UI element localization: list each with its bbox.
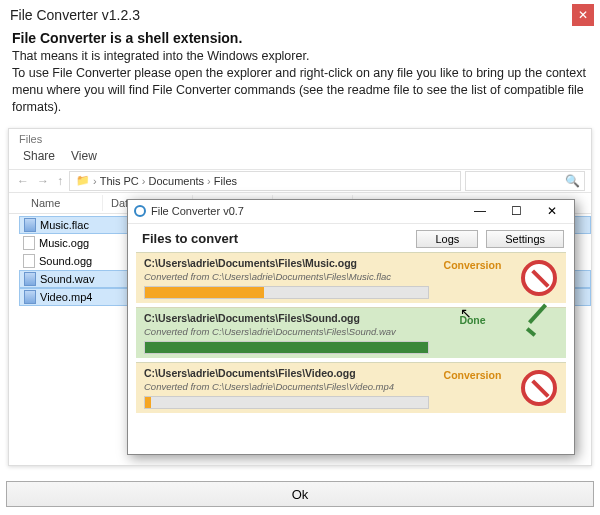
- explorer-window: Files Share View ← → ↑ 📁 › This PC › Doc…: [8, 128, 592, 466]
- file-name: Sound.ogg: [39, 255, 92, 267]
- nav-back-icon[interactable]: ←: [15, 174, 31, 188]
- file-name: Video.mp4: [40, 291, 92, 303]
- breadcrumb[interactable]: 📁 › This PC › Documents › Files: [69, 171, 461, 191]
- file-icon: [24, 272, 36, 286]
- converter-heading: Files to convert: [142, 231, 238, 246]
- maximize-button[interactable]: ☐: [498, 201, 534, 221]
- explorer-search[interactable]: 🔍: [465, 171, 585, 191]
- status-label: Conversion: [435, 367, 510, 409]
- settings-button[interactable]: Settings: [486, 230, 564, 248]
- progress-bar: [144, 286, 429, 299]
- converter-title: File Converter v0.7: [151, 205, 244, 217]
- source-path: Converted from C:\Users\adrie\Documents\…: [144, 381, 429, 392]
- folder-icon: 📁: [76, 174, 90, 187]
- status-label: Done: [435, 312, 510, 354]
- conversion-item: C:\Users\adrie\Documents\Files\Music.ogg…: [136, 252, 566, 303]
- app-icon: [134, 205, 146, 217]
- progress-bar: [144, 396, 429, 409]
- breadcrumb-segment[interactable]: Documents: [148, 175, 204, 187]
- progress-bar: [144, 341, 429, 354]
- breadcrumb-segment[interactable]: This PC: [100, 175, 139, 187]
- minimize-button[interactable]: —: [462, 201, 498, 221]
- nav-forward-icon[interactable]: →: [35, 174, 51, 188]
- cancel-icon[interactable]: [521, 370, 557, 406]
- file-icon: [24, 218, 36, 232]
- file-icon: [24, 290, 36, 304]
- column-header-name[interactable]: Name: [23, 195, 103, 211]
- conversion-item: C:\Users\adrie\Documents\Files\Sound.ogg…: [136, 307, 566, 358]
- nav-up-icon[interactable]: ↑: [55, 174, 65, 188]
- converter-dialog: File Converter v0.7 — ☐ ✕ Files to conve…: [127, 199, 575, 455]
- file-name: Music.flac: [40, 219, 89, 231]
- close-button[interactable]: ✕: [572, 4, 594, 26]
- intro-body: That means it is integrated into the Win…: [12, 48, 588, 116]
- conversion-item: C:\Users\adrie\Documents\Files\Video.ogg…: [136, 362, 566, 413]
- file-icon: [23, 236, 35, 250]
- file-name: Sound.wav: [40, 273, 94, 285]
- output-path: C:\Users\adrie\Documents\Files\Music.ogg: [144, 257, 429, 269]
- source-path: Converted from C:\Users\adrie\Documents\…: [144, 326, 429, 337]
- window-title: File Converter v1.2.3: [10, 7, 140, 23]
- ribbon-share[interactable]: Share: [23, 149, 55, 163]
- cancel-icon[interactable]: [521, 260, 557, 296]
- breadcrumb-segment[interactable]: Files: [214, 175, 237, 187]
- source-path: Converted from C:\Users\adrie\Documents\…: [144, 271, 429, 282]
- status-label: Conversion: [435, 257, 510, 299]
- file-icon: [23, 254, 35, 268]
- output-path: C:\Users\adrie\Documents\Files\Video.ogg: [144, 367, 429, 379]
- ribbon-view[interactable]: View: [71, 149, 97, 163]
- explorer-tab[interactable]: Files: [9, 129, 591, 145]
- ok-button[interactable]: Ok: [6, 481, 594, 507]
- search-icon: 🔍: [565, 174, 580, 188]
- output-path: C:\Users\adrie\Documents\Files\Sound.ogg: [144, 312, 429, 324]
- close-button[interactable]: ✕: [534, 201, 570, 221]
- checkmark-icon: [520, 318, 558, 348]
- file-name: Music.ogg: [39, 237, 89, 249]
- logs-button[interactable]: Logs: [416, 230, 478, 248]
- intro-heading: File Converter is a shell extension.: [12, 30, 588, 46]
